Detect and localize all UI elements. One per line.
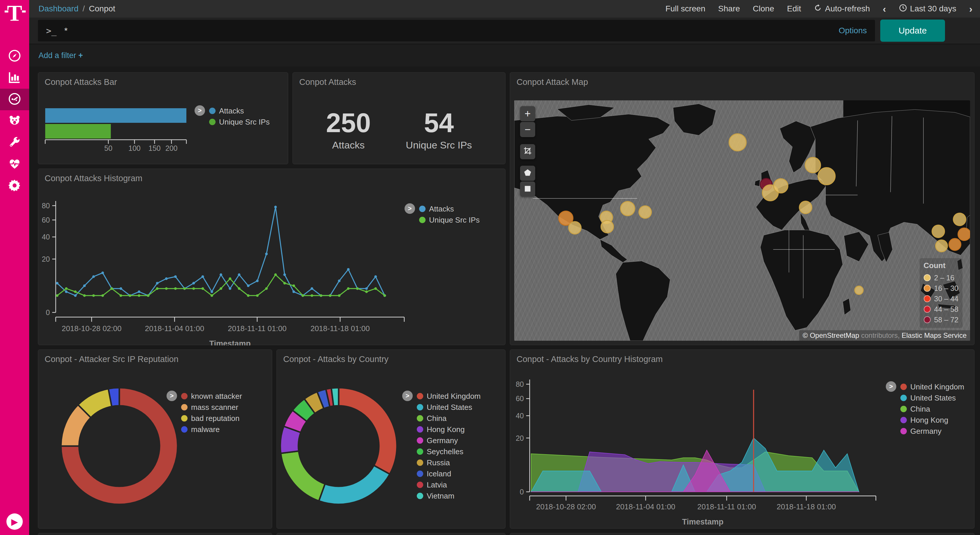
clock-icon bbox=[899, 4, 907, 14]
legend-country-histogram: > United KingdomUnited StatesChinaHong K… bbox=[886, 381, 964, 437]
sidebar-item-monitoring[interactable] bbox=[0, 153, 29, 175]
auto-refresh-button[interactable]: Auto-refresh bbox=[814, 4, 870, 14]
map-zoom-out-button[interactable]: − bbox=[520, 122, 535, 137]
query-options-link[interactable]: Options bbox=[839, 26, 867, 35]
legend-dot-icon bbox=[417, 459, 423, 466]
sidebar-item-discover[interactable] bbox=[0, 46, 29, 67]
legend-toggle-icon[interactable]: > bbox=[886, 381, 896, 392]
svg-text:Timestamp: Timestamp bbox=[209, 339, 251, 346]
legend-item[interactable]: Unique Src IPs bbox=[209, 116, 269, 127]
legend-item[interactable]: United Kingdom bbox=[900, 381, 964, 392]
panel-title: Conpot Attack Map bbox=[517, 77, 588, 87]
legend-label: United Kingdom bbox=[427, 392, 480, 401]
legend-item[interactable]: China bbox=[900, 403, 964, 414]
svg-text:150: 150 bbox=[148, 144, 161, 152]
svg-text:2018-11-04 01:00: 2018-11-04 01:00 bbox=[145, 324, 204, 333]
elastic-maps-link[interactable]: Elastic Maps Service bbox=[902, 331, 967, 339]
legend-item[interactable]: United Kingdom bbox=[417, 391, 480, 402]
legend-item[interactable]: Latvia bbox=[417, 479, 480, 490]
map-fit-bounds-button[interactable] bbox=[520, 144, 535, 159]
map-zoom-in-button[interactable]: + bbox=[520, 106, 535, 121]
legend-item[interactable]: Vietnam bbox=[417, 490, 480, 502]
search-input[interactable]: >_ * Options bbox=[38, 20, 875, 41]
share-button[interactable]: Share bbox=[718, 4, 740, 13]
attack-bubble bbox=[729, 133, 747, 151]
world-map[interactable]: + − Count 2 – 1616 – 3030 – 4444 – 5858 … bbox=[514, 100, 970, 341]
breadcrumb-dashboard-link[interactable]: Dashboard bbox=[38, 4, 78, 13]
panel-src-ip-reputation: Conpot - Attacker Src IP Reputation > kn… bbox=[38, 349, 272, 529]
edit-button[interactable]: Edit bbox=[787, 4, 801, 13]
metric-value: 54 bbox=[406, 108, 472, 138]
heartbeat-icon bbox=[8, 157, 21, 172]
legend-label: mass scanner bbox=[191, 403, 238, 412]
collapse-play-button[interactable]: ▶ bbox=[6, 513, 23, 530]
legend-toggle-icon[interactable]: > bbox=[402, 391, 413, 401]
add-filter-link[interactable]: Add a filter + bbox=[38, 51, 83, 60]
attack-bubble bbox=[799, 201, 812, 214]
svg-text:60: 60 bbox=[42, 216, 50, 224]
sidebar-item-devtools[interactable] bbox=[0, 132, 29, 153]
query-bar: >_ * Options Update bbox=[29, 18, 980, 44]
legend-toggle-icon[interactable]: > bbox=[194, 105, 205, 116]
query-value: * bbox=[64, 25, 68, 36]
sidebar-item-management[interactable] bbox=[0, 175, 29, 197]
sidebar-item-honeypot[interactable] bbox=[0, 110, 29, 132]
legend-item[interactable]: Attacks bbox=[419, 203, 479, 214]
legend-item[interactable]: bad reputation bbox=[181, 413, 242, 424]
bar-chart-icon bbox=[8, 71, 21, 85]
refresh-icon bbox=[814, 4, 822, 14]
time-picker-button[interactable]: Last 30 days bbox=[899, 4, 956, 14]
map-draw-rectangle-button[interactable] bbox=[520, 182, 535, 197]
clone-button[interactable]: Clone bbox=[753, 4, 774, 13]
legend-item[interactable]: mass scanner bbox=[181, 402, 242, 413]
legend-item[interactable]: Seychelles bbox=[417, 446, 480, 457]
legend-item[interactable]: Hong Kong bbox=[417, 424, 480, 435]
legend-item[interactable]: Attacks bbox=[209, 105, 269, 116]
svg-text:200: 200 bbox=[165, 144, 178, 152]
country-histogram-chart[interactable]: 0204060802018-10-28 02:002018-11-04 01:0… bbox=[510, 350, 975, 529]
svg-text:20: 20 bbox=[42, 255, 50, 263]
svg-text:2018-11-18 01:00: 2018-11-18 01:00 bbox=[777, 502, 836, 511]
legend-item[interactable]: United States bbox=[900, 392, 964, 403]
reputation-donut-chart[interactable] bbox=[38, 350, 272, 529]
legend-item[interactable]: malware bbox=[181, 424, 242, 435]
legend-item[interactable]: known attacker bbox=[181, 391, 242, 402]
legend-label: 30 – 44 bbox=[934, 295, 958, 303]
panel-title: Conpot - Attacks by Country bbox=[283, 354, 388, 364]
sidebar-item-visualize[interactable] bbox=[0, 67, 29, 89]
legend-item[interactable]: China bbox=[417, 413, 480, 424]
legend-by-country: > United KingdomUnited StatesChinaHong K… bbox=[402, 391, 480, 502]
legend-item[interactable]: Germany bbox=[417, 435, 480, 446]
time-forward-chevron[interactable]: › bbox=[969, 3, 972, 14]
legend-dot-icon bbox=[417, 448, 423, 455]
legend-item[interactable]: Hong Kong bbox=[900, 414, 964, 426]
full-screen-button[interactable]: Full screen bbox=[665, 4, 705, 13]
attack-bubble bbox=[638, 205, 652, 219]
legend-dot-icon bbox=[417, 404, 423, 411]
wrench-icon bbox=[8, 135, 21, 150]
legend-item[interactable]: Unique Src IPs bbox=[419, 214, 479, 226]
legend-item[interactable]: United States bbox=[417, 402, 480, 413]
legend-toggle-icon[interactable]: > bbox=[404, 203, 415, 214]
svg-text:0: 0 bbox=[46, 308, 50, 317]
top-navbar: Dashboard / Conpot Full screen Share Clo… bbox=[29, 0, 980, 18]
legend-item[interactable]: Germany bbox=[900, 426, 964, 437]
svg-text:80: 80 bbox=[515, 380, 524, 388]
map-draw-polygon-button[interactable] bbox=[520, 166, 535, 181]
legend-label: bad reputation bbox=[191, 414, 239, 423]
attacks-histogram-chart[interactable]: 0204060802018-10-28 02:002018-11-04 01:0… bbox=[38, 169, 506, 346]
time-back-chevron[interactable]: ‹ bbox=[883, 3, 886, 14]
legend-item[interactable]: Iceland bbox=[417, 468, 480, 479]
sidebar-item-dashboard[interactable] bbox=[0, 89, 29, 110]
legend-dot-icon bbox=[924, 285, 931, 292]
telekom-logo[interactable]: ╺T╸ bbox=[0, 0, 29, 26]
attack-bubble bbox=[932, 225, 945, 238]
legend-toggle-icon[interactable]: > bbox=[167, 391, 177, 401]
panel-country-histogram: Conpot - Attacks by Country Histogram 02… bbox=[510, 349, 974, 529]
openstreetmap-link[interactable]: © OpenStreetMap bbox=[803, 331, 859, 339]
legend-item[interactable]: Russia bbox=[417, 457, 480, 468]
update-button[interactable]: Update bbox=[880, 19, 945, 42]
terminal-prompt-icon: >_ bbox=[46, 25, 57, 36]
legend-dot-icon bbox=[900, 428, 907, 435]
attack-bubble bbox=[948, 238, 961, 251]
